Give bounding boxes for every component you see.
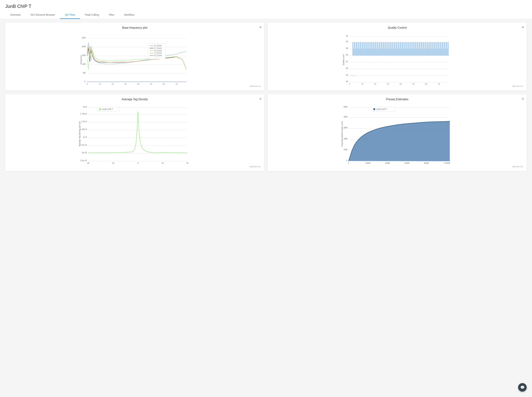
- svg-text:1 000M: 1 000M: [444, 162, 450, 164]
- page-header: JunB ChIP T Overview IGV Genome Browser …: [0, 0, 532, 19]
- svg-text:1.25e-9: 1.25e-9: [80, 128, 87, 130]
- preseq-estimates-title: Preseq Estimates: [271, 98, 523, 101]
- svg-text:1.5e-9: 1.5e-9: [81, 120, 87, 123]
- svg-text:1.75e-9: 1.75e-9: [80, 113, 87, 115]
- preseq-estimates-chart: Preseq Estimates ≡ 0 10M 20M 30M 40M 50M…: [268, 94, 527, 171]
- svg-text:60: 60: [425, 83, 427, 85]
- quality-control-svg: 34 35 36 37 38 39 40 41 Quality score: [271, 31, 523, 85]
- tab-peakcalling[interactable]: Peak Calling: [80, 11, 104, 19]
- preseq-estimates-area: 0 10M 20M 30M 40M 50M Expected distinct …: [271, 103, 523, 165]
- quality-control-credit: Highcharts.com: [271, 85, 523, 87]
- svg-text:40M: 40M: [344, 116, 347, 118]
- svg-text:600M: 600M: [404, 162, 409, 164]
- svg-text:25M: 25M: [82, 37, 86, 39]
- svg-text:Expected distinct reads count: Expected distinct reads count: [341, 121, 343, 147]
- base-frequency-credit: Highcharts.com: [9, 85, 261, 87]
- base-frequency-menu[interactable]: ≡: [260, 25, 261, 29]
- svg-text:60: 60: [163, 83, 165, 85]
- svg-text:2k: 2k: [162, 162, 164, 164]
- svg-text:20: 20: [374, 83, 376, 85]
- svg-text:JunB ChIP T: JunB ChIP T: [102, 108, 113, 110]
- base-frequency-svg: 0 5M 10M 15M 20M 25M Frequency: [9, 31, 261, 85]
- svg-text:10M: 10M: [82, 63, 86, 65]
- svg-text:30M: 30M: [344, 127, 347, 129]
- svg-text:10: 10: [361, 83, 363, 85]
- svg-text:36: 36: [346, 67, 348, 69]
- svg-text:35: 35: [346, 74, 348, 76]
- svg-text:JunB ChIP T: JunB ChIP T: [376, 108, 387, 110]
- svg-text:400M: 400M: [385, 162, 390, 164]
- avg-tag-density-credit: Highcharts.com: [9, 166, 261, 167]
- svg-text:800M: 800M: [424, 162, 429, 164]
- preseq-estimates-credit: Highcharts.com: [271, 166, 523, 167]
- svg-text:50: 50: [412, 83, 414, 85]
- tab-files[interactable]: Files: [104, 11, 119, 19]
- svg-text:-4k: -4k: [87, 162, 90, 164]
- svg-text:10M: 10M: [344, 149, 347, 151]
- quality-control-area: 34 35 36 37 38 39 40 41 Quality score: [271, 31, 523, 85]
- base-frequency-title: Base frequency plot: [9, 26, 261, 29]
- base-frequency-area: 0 5M 10M 15M 20M 25M Frequency: [9, 31, 261, 85]
- page-title: JunB ChIP T: [5, 4, 527, 11]
- svg-text:2.5e-10: 2.5e-10: [80, 159, 87, 161]
- svg-text:7.5e-10: 7.5e-10: [80, 144, 87, 146]
- preseq-estimates-svg: 0 10M 20M 30M 40M 50M Expected distinct …: [271, 103, 523, 165]
- svg-text:40: 40: [400, 83, 402, 85]
- svg-text:50M: 50M: [344, 106, 347, 108]
- svg-point-186: [99, 108, 101, 110]
- base-frequency-chart: Base frequency plot ≡ 0 5M 10M 15M 20M 2…: [5, 23, 264, 91]
- svg-text:50: 50: [150, 83, 152, 85]
- avg-tag-density-menu[interactable]: ≡: [260, 97, 261, 101]
- svg-text:0: 0: [85, 81, 86, 83]
- svg-text:20M: 20M: [82, 45, 86, 48]
- svg-text:41: 41: [346, 35, 348, 37]
- svg-text:0: 0: [346, 159, 347, 161]
- svg-text:34: 34: [346, 81, 348, 83]
- svg-text:Quality score: Quality score: [342, 54, 345, 65]
- svg-text:2e-9: 2e-9: [83, 106, 87, 108]
- charts-grid: Base frequency plot ≡ 0 5M 10M 15M 20M 2…: [5, 23, 527, 171]
- svg-text:40: 40: [346, 40, 348, 43]
- svg-text:70: 70: [438, 83, 440, 85]
- svg-text:N_Count: N_Count: [154, 54, 162, 56]
- avg-tag-density-area: 2.5e-10 5e-10 7.5e-10 1e-9 1.25e-9 1.5e-…: [9, 103, 261, 165]
- svg-text:0: 0: [349, 83, 350, 85]
- svg-text:37: 37: [346, 61, 348, 63]
- main-content: Base frequency plot ≡ 0 5M 10M 15M 20M 2…: [0, 19, 532, 175]
- svg-text:38: 38: [346, 54, 348, 56]
- tab-workflow[interactable]: Workflow: [119, 11, 139, 19]
- svg-text:4k: 4k: [186, 162, 189, 164]
- quality-control-menu[interactable]: ≡: [522, 25, 524, 29]
- svg-text:Average Tag Density (per bp): Average Tag Density (per bp): [79, 121, 81, 147]
- svg-text:20: 20: [112, 83, 114, 85]
- svg-text:15M: 15M: [82, 54, 86, 56]
- quality-control-title: Quality Control: [271, 26, 523, 29]
- svg-text:0: 0: [87, 83, 88, 85]
- nav-tabs: Overview IGV Genome Browser QC Plots Pea…: [5, 11, 527, 19]
- preseq-estimates-menu[interactable]: ≡: [522, 97, 524, 101]
- svg-text:-2k: -2k: [112, 162, 114, 164]
- svg-text:30: 30: [387, 83, 389, 85]
- tab-igv[interactable]: IGV Genome Browser: [26, 11, 60, 19]
- svg-text:70: 70: [176, 83, 178, 85]
- svg-text:G_Count: G_Count: [154, 50, 162, 52]
- svg-text:30: 30: [124, 83, 127, 85]
- svg-text:1e-9: 1e-9: [83, 136, 87, 138]
- avg-tag-density-chart: Average Tag Density ≡ 2.5e-10 5e-10 7.5e…: [5, 94, 264, 171]
- svg-text:A_Count: A_Count: [154, 44, 162, 47]
- tab-overview[interactable]: Overview: [5, 11, 26, 19]
- svg-text:200M: 200M: [365, 162, 370, 164]
- quality-control-chart: Quality Control ≡ 34 35 36 37 38 39 40 4…: [268, 23, 527, 91]
- svg-text:20M: 20M: [344, 138, 347, 140]
- svg-text:39: 39: [346, 47, 348, 49]
- svg-text:0: 0: [137, 162, 138, 164]
- avg-tag-density-title: Average Tag Density: [9, 98, 261, 101]
- tab-qcplots[interactable]: QC Plots: [60, 11, 80, 19]
- svg-text:T_Count: T_Count: [154, 52, 161, 54]
- svg-text:40: 40: [137, 83, 139, 85]
- svg-text:C_Count: C_Count: [154, 47, 162, 49]
- svg-point-209: [373, 108, 375, 110]
- avg-tag-density-svg: 2.5e-10 5e-10 7.5e-10 1e-9 1.25e-9 1.5e-…: [9, 103, 261, 165]
- svg-text:5M: 5M: [83, 72, 86, 74]
- svg-text:5e-10: 5e-10: [82, 151, 87, 154]
